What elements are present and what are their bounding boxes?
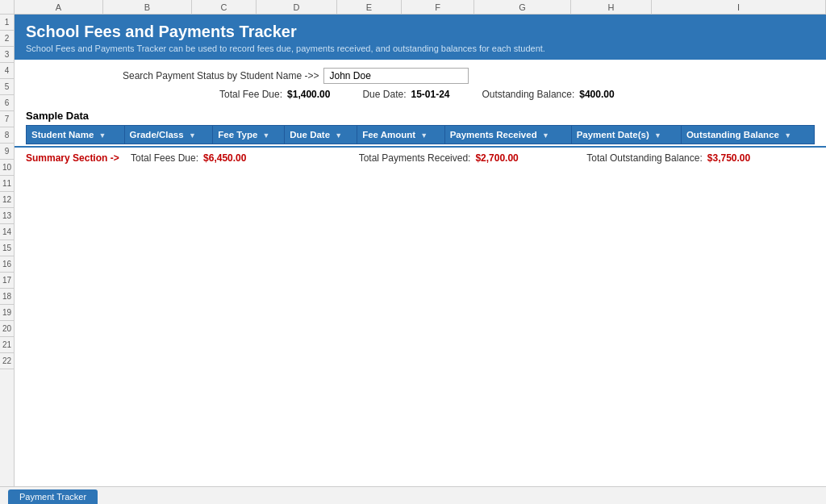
summary-total-outstanding-value: $3,750.00 (707, 152, 750, 164)
app-subtitle: School Fees and Payments Tracker can be … (26, 44, 815, 53)
student-name-dropdown-icon[interactable]: ▼ (99, 131, 106, 140)
row-num-11: 11 (0, 176, 14, 192)
row-num-20: 20 (0, 321, 14, 337)
search-row: Search Payment Status by Student Name ->… (26, 68, 815, 84)
payments-dropdown-icon[interactable]: ▼ (542, 131, 549, 140)
col-header-b: B (103, 0, 192, 14)
search-label: Search Payment Status by Student Name ->… (123, 70, 319, 81)
summary-total-outstanding: Total Outstanding Balance: $3,750.00 (586, 152, 815, 164)
row-num-17: 17 (0, 273, 14, 289)
col-header-i: I (652, 0, 826, 14)
content-area: School Fees and Payments Tracker School … (15, 15, 826, 169)
total-fee-item: Total Fee Due: $1,400.00 (219, 89, 330, 100)
outstanding-value: $400.00 (579, 89, 614, 100)
search-area: Search Payment Status by Student Name ->… (15, 60, 826, 103)
summary-total-fees-label: Total Fees Due: (131, 152, 198, 164)
summary-section-label: Summary Section -> (26, 152, 131, 164)
data-table-wrapper: Student Name ▼ Grade/Class ▼ Fee Type ▼ … (15, 125, 826, 144)
row-num-1: 1 (0, 15, 14, 31)
due-date-item: Due Date: 15-01-24 (362, 89, 449, 100)
tab-payment-tracker[interactable]: Payment Tracker (8, 489, 98, 504)
row-num-12: 12 (0, 192, 14, 208)
row-num-18: 18 (0, 289, 14, 305)
col-header-d: D (257, 0, 337, 14)
total-fee-value: $1,400.00 (287, 89, 330, 100)
summary-row: Summary Section -> Total Fees Due: $6,45… (15, 146, 826, 169)
due-date-label: Due Date: (362, 89, 406, 100)
row-num-5: 5 (0, 79, 14, 95)
info-row: Total Fee Due: $1,400.00 Due Date: 15-01… (219, 89, 815, 100)
table-header-row: Student Name ▼ Grade/Class ▼ Fee Type ▼ … (27, 126, 815, 144)
section-heading: Sample Data (15, 103, 826, 125)
summary-total-fees: Total Fees Due: $6,450.00 (131, 152, 359, 164)
due-date-dropdown-icon[interactable]: ▼ (335, 131, 342, 140)
row-num-21: 21 (0, 337, 14, 353)
row-num-7: 7 (0, 111, 14, 127)
col-header-g: G (474, 0, 571, 14)
grade-dropdown-icon[interactable]: ▼ (189, 131, 196, 140)
row-num-9: 9 (0, 144, 14, 160)
title-banner: School Fees and Payments Tracker School … (15, 15, 826, 60)
row-num-6: 6 (0, 95, 14, 111)
outstanding-item: Outstanding Balance: $400.00 (482, 89, 615, 100)
row-num-8: 8 (0, 127, 14, 144)
search-input[interactable] (323, 68, 469, 84)
col-header-a: A (15, 0, 103, 14)
row-num-19: 19 (0, 305, 14, 321)
summary-total-payments: Total Payments Received: $2,700.00 (359, 152, 587, 164)
fee-type-dropdown-icon[interactable]: ▼ (263, 131, 270, 140)
col-payments-received[interactable]: Payments Received ▼ (444, 126, 571, 144)
fee-amount-dropdown-icon[interactable]: ▼ (420, 131, 428, 140)
summary-total-payments-value: $2,700.00 (475, 152, 518, 164)
sheet-content: School Fees and Payments Tracker School … (15, 15, 826, 486)
summary-total-outstanding-label: Total Outstanding Balance: (586, 152, 702, 164)
row-num-2: 2 (0, 31, 14, 47)
app-title: School Fees and Payments Tracker (26, 23, 815, 41)
data-table: Student Name ▼ Grade/Class ▼ Fee Type ▼ … (26, 125, 815, 144)
sheet-body: 1 2 3 4 5 6 7 8 9 10 11 12 13 14 15 16 1… (0, 15, 826, 486)
col-fee-type[interactable]: Fee Type ▼ (213, 126, 285, 144)
col-header-rownum (0, 0, 15, 14)
col-grade[interactable]: Grade/Class ▼ (124, 126, 213, 144)
total-fee-label: Total Fee Due: (219, 89, 282, 100)
summary-total-fees-value: $6,450.00 (203, 152, 246, 164)
col-header-e: E (337, 0, 402, 14)
row-num-10: 10 (0, 160, 14, 176)
row-num-15: 15 (0, 240, 14, 256)
row-numbers: 1 2 3 4 5 6 7 8 9 10 11 12 13 14 15 16 1… (0, 15, 15, 486)
row-num-13: 13 (0, 208, 14, 224)
col-header-c: C (192, 0, 257, 14)
outstanding-label: Outstanding Balance: (482, 89, 575, 100)
col-due-date[interactable]: Due Date ▼ (285, 126, 357, 144)
col-header-h: H (571, 0, 652, 14)
col-payment-dates[interactable]: Payment Date(s) ▼ (571, 126, 681, 144)
col-outstanding[interactable]: Outstanding Balance ▼ (681, 126, 814, 144)
col-fee-amount[interactable]: Fee Amount ▼ (357, 126, 445, 144)
row-num-3: 3 (0, 47, 14, 63)
tab-bar: Payment Tracker (0, 486, 826, 504)
app-wrapper: A B C D E F G H I 1 2 3 4 5 6 7 8 9 10 1… (0, 0, 826, 504)
col-headers: A B C D E F G H I (0, 0, 826, 15)
row-num-16: 16 (0, 256, 14, 273)
row-num-22: 22 (0, 353, 14, 369)
col-student-name[interactable]: Student Name ▼ (27, 126, 125, 144)
summary-total-payments-label: Total Payments Received: (359, 152, 471, 164)
row-num-4: 4 (0, 63, 14, 79)
col-header-f: F (402, 0, 474, 14)
row-num-14: 14 (0, 224, 14, 240)
due-date-value: 15-01-24 (411, 89, 449, 100)
outstanding-dropdown-icon[interactable]: ▼ (784, 131, 791, 140)
payment-dates-dropdown-icon[interactable]: ▼ (654, 131, 661, 140)
